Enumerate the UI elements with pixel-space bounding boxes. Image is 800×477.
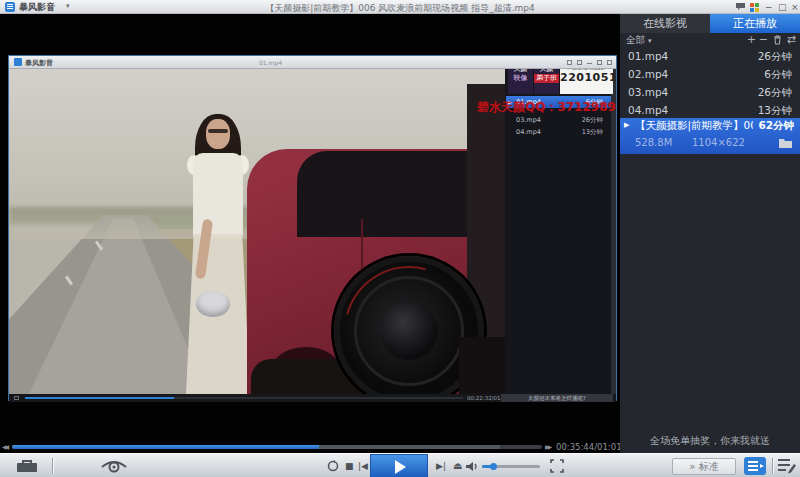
seekbar-fill (12, 445, 319, 449)
inner-feedback-icon (567, 60, 572, 65)
app-name: 暴风影音 (19, 1, 55, 14)
inner-item-duration: 13分钟 (582, 126, 603, 138)
palette-swatch (755, 8, 759, 12)
separator (52, 458, 53, 474)
eye-mode-icon[interactable] (100, 459, 128, 473)
red-qq-watermark: 碧水天颜QQ：371298933 (477, 99, 616, 116)
inner-skin-icon (577, 60, 582, 65)
playlist-row[interactable]: 03.mp4 26分钟 (620, 83, 800, 101)
qq-group-number: 220105160 (560, 71, 613, 84)
foreground-shadow (459, 337, 505, 394)
seekbar[interactable] (12, 445, 542, 449)
logo2-top: 天颜 (540, 69, 554, 73)
woman-dress-top (193, 153, 243, 238)
selected-item-size: 528.8M (635, 137, 672, 148)
speed-prefix-icon: » (689, 461, 695, 472)
inner-tooltip: 天颜链未来将怎样播呢? (501, 394, 613, 402)
inner-app-name: 暴风影音 (25, 58, 53, 68)
open-file-button[interactable]: ⏏ (453, 454, 462, 477)
inner-control-bar: 00:22:32/01:06:18 天颜链未来将怎样播呢? (9, 394, 616, 402)
item-name: 01.mp4 (628, 47, 668, 65)
logo2-bottom: 弟子班 (534, 74, 559, 83)
close-button[interactable]: × (791, 1, 799, 13)
playlist-row-selected[interactable]: ▶ 【天颜摄影|前期教学】006 风吹... 62分钟 528.8M 1104×… (620, 118, 800, 154)
next-button[interactable]: ▶| (436, 454, 446, 477)
car-window (297, 151, 473, 237)
folder-icon[interactable] (779, 138, 792, 148)
playlist-row[interactable]: 01.mp4 26分钟 (620, 47, 800, 65)
filter-dropdown[interactable]: 全部 ▾ (626, 34, 652, 47)
separator (772, 458, 773, 474)
inner-maximize-icon (597, 60, 602, 65)
playing-marker-icon: ▶ (624, 121, 629, 129)
woman-face (206, 119, 230, 149)
logo1-top: 天颜 (514, 69, 528, 73)
maximize-button[interactable]: □ (778, 1, 787, 13)
selected-item-duration: 62分钟 (758, 119, 794, 133)
stop-button[interactable]: ■ (345, 454, 354, 477)
inner-titlebar: 暴风影音 01.mp4 (9, 56, 616, 69)
watermark-logo-2: 天颜 弟子班 (534, 69, 559, 94)
inner-seekbar (25, 397, 463, 399)
item-duration: 13分钟 (758, 101, 792, 119)
minimize-button[interactable]: − (765, 1, 773, 13)
promo-text: 全场免单抽奖，你来我就送 (620, 434, 800, 448)
add-item-icon[interactable]: + (747, 33, 756, 47)
toolbox-icon[interactable] (16, 460, 38, 473)
volume-slider[interactable] (482, 465, 540, 468)
tab-online-movies[interactable]: 在线影视 (620, 14, 710, 33)
remove-item-icon[interactable]: − (759, 33, 768, 47)
player-window: 暴风影音 ▾ 【天颜摄影|前期教学】006 风吹麦浪前期现场视频 指导_超清.m… (0, 0, 800, 477)
seek-row: ◀◀ ▶▶ 00:35:44/01:01:35 (0, 441, 620, 453)
item-name: 04.mp4 (628, 101, 668, 119)
video-surface[interactable]: 暴风影音 01.mp4 (0, 14, 620, 453)
inner-item-name: 04.mp4 (516, 126, 541, 138)
speed-label: 标准 (699, 461, 719, 472)
mute-speaker-icon[interactable] (466, 461, 478, 472)
play-button[interactable] (370, 454, 428, 477)
titlebar[interactable]: 暴风影音 ▾ 【天颜摄影|前期教学】006 风吹麦浪前期现场视频 指导_超清.m… (0, 0, 800, 14)
item-duration: 6分钟 (764, 65, 792, 83)
item-duration: 26分钟 (758, 47, 792, 65)
palette-swatch (750, 8, 754, 12)
inner-recorded-player-window: 暴风影音 01.mp4 (8, 55, 617, 401)
item-name: 03.mp4 (628, 83, 668, 101)
inner-app-logo-icon (14, 58, 22, 66)
item-duration: 26分钟 (758, 83, 792, 101)
playlist-row[interactable]: 02.mp4 6分钟 (620, 65, 800, 83)
playlist-panel: 在线影视 正在播放 全部 ▾ + − ⇄ 01.mp4 26分钟 02.mp4 … (620, 14, 800, 453)
previous-button[interactable]: |◀ (358, 454, 368, 477)
volume-thumb[interactable] (490, 463, 497, 470)
rewind-icon[interactable]: ◀◀ (2, 443, 7, 450)
item-name: 02.mp4 (628, 65, 668, 83)
playlist-edit-icon[interactable] (778, 458, 796, 474)
logo-line (7, 8, 13, 9)
playback-speed-button[interactable]: » 标准 (672, 458, 736, 475)
inner-scrollbar (611, 69, 616, 394)
filter-caret-icon: ▾ (648, 37, 652, 45)
playlist-toggle-icon[interactable] (744, 457, 766, 475)
palette-swatch (755, 3, 759, 7)
forward-icon[interactable]: ▶▶ (545, 443, 550, 450)
tab-now-playing[interactable]: 正在播放 (710, 14, 800, 33)
inner-video-content: 天颜 映像 天颜 弟子班 天颜摄影交流群 220105160 ▶ 01.mp4 (9, 69, 616, 394)
refresh-list-icon[interactable]: ⇄ (787, 33, 796, 47)
feedback-icon[interactable] (735, 1, 746, 12)
video-scene (9, 69, 505, 394)
inner-playmode-icon (14, 396, 19, 400)
palette-swatch (750, 3, 754, 7)
qq-group-box: 天颜摄影交流群 220105160 (560, 69, 613, 94)
inner-file-name: 01.mp4 (259, 59, 282, 66)
inner-seekbar-fill (25, 397, 174, 399)
inner-close-icon (607, 60, 612, 65)
app-menu-caret-icon[interactable]: ▾ (66, 2, 70, 10)
logo-line (7, 6, 13, 7)
playlist-row[interactable]: 04.mp4 13分钟 (620, 101, 800, 119)
play-icon (395, 460, 406, 474)
inner-playlist-row: 04.mp4 13分钟 (506, 126, 611, 138)
inner-minimize-icon (587, 63, 592, 64)
loop-mode-icon[interactable] (327, 460, 339, 472)
clear-list-icon[interactable] (773, 35, 782, 45)
fullscreen-icon[interactable] (550, 459, 564, 473)
woman-sunglasses (208, 129, 228, 133)
